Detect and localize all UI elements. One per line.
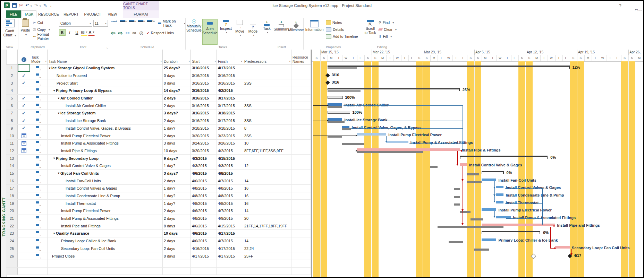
duration-cell[interactable]: 2 days [163,237,191,245]
start-cell[interactable]: 3/20/2015 [191,147,217,155]
format-painter-button[interactable]: ✒Format Painter [33,33,57,40]
split-task-icon[interactable]: ▫▫ [126,30,129,36]
filter-icon[interactable]: ▾ [289,60,290,63]
task-mode-cell[interactable] [30,125,48,132]
info-cell[interactable] [18,64,30,72]
predecessors-cell[interactable]: 20 [243,215,291,222]
duration-cell[interactable]: 0 days [163,79,191,87]
unlink-tasks-icon[interactable]: ⊘ [139,30,144,36]
duration-cell[interactable]: 0 days [163,252,191,260]
predecessors-cell[interactable] [243,230,291,237]
finish-cell[interactable]: 4/17/2015 [217,245,243,252]
gantt-bar-task[interactable] [496,201,503,203]
task-name-cell[interactable]: Install Pipe and Fittings [48,222,163,229]
task-mode-cell[interactable] [30,64,48,72]
copy-button[interactable]: ⎚Copy▾ [33,26,57,33]
information-button[interactable]: Information [304,20,324,32]
task-name-cell[interactable]: Install Thermostat [48,200,163,207]
resource-names-cell[interactable] [291,192,311,200]
gantt-bar-base[interactable] [467,181,482,183]
tab-resource[interactable]: RESOURCE [36,10,61,18]
info-cell[interactable]: ✓ [18,110,30,117]
table-row[interactable]: 15▾Glycol Fan-Coil Units3 days?4/6/20154… [6,170,311,177]
predecessors-cell[interactable] [243,170,291,177]
row-number[interactable]: 13 [6,155,18,162]
gantt-bar-crit[interactable] [555,246,570,249]
table-row[interactable]: 23▾Quality Assurance10 days4/6/20154/17/… [6,230,311,237]
predecessors-cell[interactable]: 3SS [243,102,291,109]
start-cell[interactable]: 3/16/2015 [191,102,217,109]
italic-button[interactable]: I [66,29,73,36]
predecessors-cell[interactable]: 2SS [243,79,291,87]
tab-report[interactable]: REPORT [61,10,82,18]
gantt-bar-bracket[interactable] [460,156,548,157]
font-family-select[interactable]: Calibri▾ [59,20,92,27]
tab-project[interactable]: PROJECT [82,10,104,18]
task-mode-cell[interactable] [30,200,48,207]
gantt-bar-inprog[interactable] [386,141,408,143]
info-cell[interactable] [18,170,30,177]
row-number[interactable]: 25 [6,245,18,252]
finish-cell[interactable]: 3/26/2015 [217,140,243,147]
duration-cell[interactable]: 3 days? [163,170,191,177]
finish-cell[interactable]: 4/17/2015 [217,64,243,72]
task-mode-cell[interactable] [30,132,48,139]
start-cell[interactable]: 4/8/2015 [191,192,217,200]
predecessors-cell[interactable]: 10 [243,140,291,147]
row-number[interactable]: 20 [6,207,18,215]
indent-icon[interactable]: ⇨ [118,30,122,36]
gantt-bar-base[interactable] [454,196,460,198]
finish-cell[interactable]: 4/7/2015 [217,237,243,245]
info-cell[interactable]: ✓ [18,72,30,79]
finish-cell[interactable]: 3/17/2015 [217,95,243,102]
start-cell[interactable]: 3/16/2015 [191,110,217,117]
resource-names-cell[interactable] [291,177,311,184]
collapse-arrow-icon[interactable]: ▾ [49,67,50,70]
predecessors-cell[interactable]: 16 [243,200,291,207]
start-cell[interactable]: 3/16/2015 [191,87,217,94]
collapse-arrow-icon[interactable]: ▾ [53,232,55,235]
row-number[interactable]: 19 [6,200,18,207]
finish-cell[interactable]: 3/16/2015 [217,72,243,79]
table-row[interactable]: 11Install Pump & Associated Fittings3 da… [6,140,311,147]
predecessors-cell[interactable]: 25FF [243,252,291,260]
auto-schedule-button[interactable]: AutoSchedule [202,19,218,45]
tab-format[interactable]: FORMAT [123,10,159,18]
task-name-cell[interactable]: Install Pump & Associated Fittings [48,215,163,222]
gantt-bar-task[interactable] [482,208,496,211]
predecessors-cell[interactable]: 3SS [243,117,291,124]
info-cell[interactable] [18,177,30,184]
table-row[interactable]: 22Install Pipe and Fittings8 days4/6/201… [6,222,311,230]
resource-names-cell[interactable] [291,155,311,162]
table-row[interactable]: 7✓▾Ice Storage System3 days?3/16/20153/1… [6,110,311,117]
row-number[interactable]: 5 [6,95,18,102]
row-number[interactable]: 12 [6,147,18,155]
gantt-bar-base[interactable] [328,121,345,123]
header-start[interactable]: Start▾ [191,50,217,64]
task-mode-cell[interactable] [30,245,48,252]
task-mode-cell[interactable] [30,185,48,192]
table-row[interactable]: 12Install Pipe & Fittings10 days3/20/201… [6,147,311,155]
resource-names-cell[interactable] [291,110,311,117]
task-mode-cell[interactable] [30,87,48,94]
task-mode-cell[interactable] [30,95,48,102]
task-name-cell[interactable]: Project Start [48,79,163,87]
resource-names-cell[interactable] [291,72,311,79]
duration-cell[interactable]: 25 days? [163,64,191,72]
gantt-bar-done[interactable] [328,103,342,106]
outdent-icon[interactable]: ⇦ [111,30,115,36]
resource-names-cell[interactable] [291,185,311,192]
duration-cell[interactable]: 2 days [163,245,191,252]
row-number[interactable]: 17 [6,185,18,192]
task-mode-cell[interactable] [30,252,48,260]
resource-names-cell[interactable] [291,79,311,87]
gantt-bar-base[interactable] [471,218,483,220]
predecessors-cell[interactable]: 21FF,14,17FF,18FF,19FF [243,222,291,229]
gantt-bar-sumline[interactable] [328,66,570,67]
resource-names-cell[interactable] [291,162,311,170]
task-mode-cell[interactable] [30,192,48,200]
table-row[interactable]: 4▾Piping Primary Loop & Bypass14 days?3/… [6,87,311,95]
row-number[interactable]: 2 [6,72,18,79]
row-number[interactable]: 9 [6,125,18,132]
collapse-arrow-icon[interactable]: ▾ [58,112,59,115]
